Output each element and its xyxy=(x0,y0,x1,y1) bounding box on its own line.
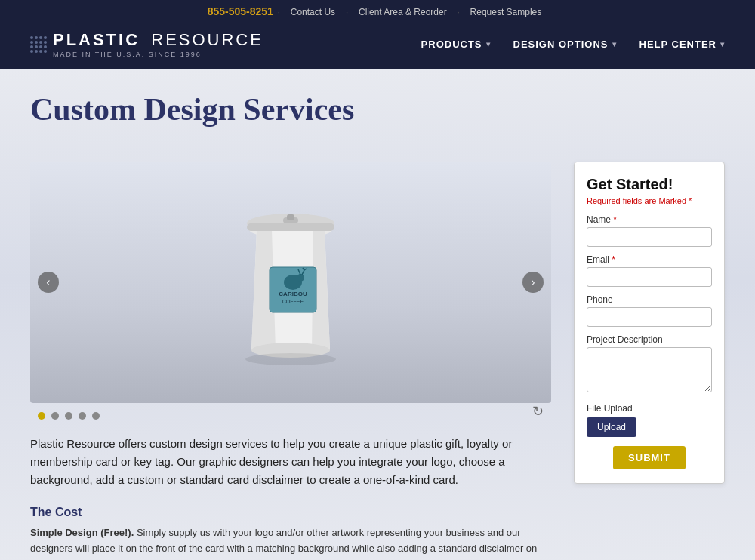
cost-title: The Cost xyxy=(30,506,551,519)
slider-prev-button[interactable]: ‹ xyxy=(38,272,59,293)
logo-wrapper: PLASTIC RESOURCE MADE IN THE U.S.A. SINC… xyxy=(30,30,263,58)
svg-text:COFFEE: COFFEE xyxy=(282,299,304,304)
main-nav: PRODUCTS ▾ DESIGN OPTIONS ▾ HELP CENTER … xyxy=(421,38,725,50)
chevron-down-icon: ▾ xyxy=(486,40,491,48)
upload-button[interactable]: Upload xyxy=(587,417,636,437)
form-title: Get Started! xyxy=(587,176,712,193)
separator-1: · xyxy=(278,6,283,17)
refresh-icon[interactable]: ↻ xyxy=(532,404,544,419)
logo-text: PLASTIC RESOURCE MADE IN THE U.S.A. SINC… xyxy=(53,30,263,58)
svg-rect-19 xyxy=(287,214,294,220)
chevron-down-icon: ▾ xyxy=(720,40,725,48)
separator-2: · xyxy=(346,6,351,17)
phone-number[interactable]: 855-505-8251 xyxy=(208,5,273,17)
email-input[interactable] xyxy=(587,267,712,287)
contact-link[interactable]: Contact Us xyxy=(291,7,335,17)
submit-button[interactable]: SUBMIT xyxy=(613,446,686,469)
form-required-note: Required fields are Marked * xyxy=(587,196,712,205)
logo-resource: RESOURCE xyxy=(151,30,263,49)
slider-section: ‹ xyxy=(30,162,551,560)
logo-plastic: PLASTIC xyxy=(53,30,140,49)
phone-input[interactable] xyxy=(587,307,712,327)
content-area: ‹ xyxy=(30,162,725,560)
slide-dot-3[interactable] xyxy=(65,412,72,420)
email-label: Email * xyxy=(587,254,712,265)
file-upload-label: File Upload xyxy=(587,403,712,414)
cost-text: Simple Design (Free!). Simply supply us … xyxy=(30,525,551,560)
separator-3: · xyxy=(457,6,462,17)
header: PLASTIC RESOURCE MADE IN THE U.S.A. SINC… xyxy=(0,23,755,69)
project-description-input[interactable] xyxy=(587,347,712,392)
phone-label: Phone xyxy=(587,294,712,305)
contact-form-panel: Get Started! Required fields are Marked … xyxy=(574,162,725,484)
name-label: Name * xyxy=(587,214,712,225)
logo-tagline: MADE IN THE U.S.A. SINCE 1996 xyxy=(53,51,263,58)
nav-help-center[interactable]: HELP CENTER ▾ xyxy=(639,38,726,50)
svg-rect-2 xyxy=(247,223,334,231)
name-required-star: * xyxy=(613,214,617,225)
name-input[interactable] xyxy=(587,227,712,247)
image-slider: ‹ xyxy=(30,162,551,403)
logo-decoration xyxy=(30,36,47,53)
cost-section: The Cost Simple Design (Free!). Simply s… xyxy=(30,506,551,560)
request-samples-link[interactable]: Request Samples xyxy=(470,7,542,17)
page-content: Custom Design Services ‹ xyxy=(0,69,755,560)
slider-next-button[interactable]: › xyxy=(522,272,544,293)
project-description-label: Project Description xyxy=(587,334,712,345)
nav-products[interactable]: PRODUCTS ▾ xyxy=(421,38,491,50)
slide-dot-2[interactable] xyxy=(51,412,59,420)
slider-dots xyxy=(38,412,100,420)
page-title: Custom Design Services xyxy=(30,91,725,128)
product-image: CARIBOU COFFEE xyxy=(215,162,366,403)
submit-row: SUBMIT xyxy=(587,446,712,469)
svg-text:CARIBOU: CARIBOU xyxy=(279,291,307,297)
svg-point-17 xyxy=(245,353,336,365)
cup-svg: CARIBOU COFFEE xyxy=(215,184,366,380)
logo-area: PLASTIC RESOURCE MADE IN THE U.S.A. SINC… xyxy=(30,30,263,58)
cost-simple-label: Simple Design (Free!). xyxy=(30,527,134,538)
description-text: Plastic Resource offers custom design se… xyxy=(30,435,551,489)
client-area-link[interactable]: Client Area & Reorder xyxy=(359,7,447,17)
divider xyxy=(30,143,725,143)
slide-dot-1[interactable] xyxy=(38,412,45,420)
nav-design-options[interactable]: DESIGN OPTIONS ▾ xyxy=(513,38,617,50)
slider-dots-row: ↻ xyxy=(30,403,551,420)
svg-point-11 xyxy=(297,274,304,282)
slide-dot-5[interactable] xyxy=(92,412,100,420)
slide-dot-4[interactable] xyxy=(79,412,86,420)
top-bar: 855-505-8251 · Contact Us · Client Area … xyxy=(0,0,755,23)
chevron-down-icon: ▾ xyxy=(612,40,617,48)
email-required-star: * xyxy=(612,254,615,265)
